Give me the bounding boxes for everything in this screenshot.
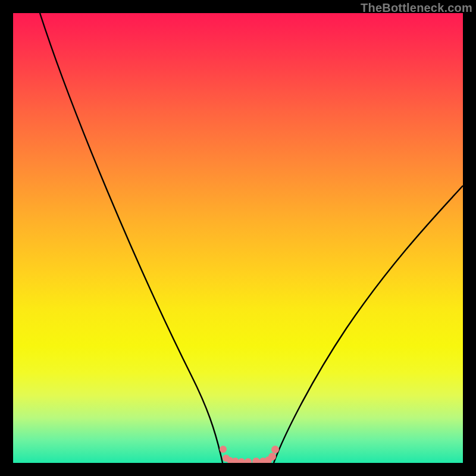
left-curve	[40, 13, 223, 463]
right-curve	[274, 186, 463, 463]
chart-frame: TheBottleneck.com	[0, 0, 476, 476]
data-marker	[252, 458, 260, 463]
data-marker	[271, 446, 279, 453]
data-marker	[245, 458, 252, 463]
data-marker	[268, 453, 276, 461]
plot-area	[13, 13, 463, 463]
curve-layer	[13, 13, 463, 463]
attribution-text: TheBottleneck.com	[361, 1, 472, 15]
